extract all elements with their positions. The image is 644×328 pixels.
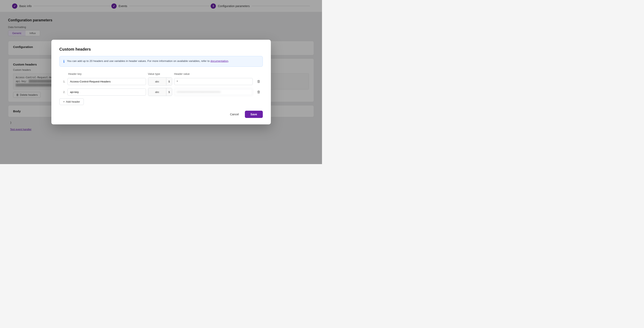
type-dollar-2: $ [166,88,172,96]
type-dollar-1: $ [166,78,172,85]
header-row-1: 1. abc $ 🗑 [60,77,263,86]
header-key-input-1[interactable] [68,78,146,85]
header-row-2: 2. abc $ 🗑 [60,88,263,96]
row-2-num: 2. [60,91,66,94]
value-type-box-1: abc $ [148,77,172,86]
modal-footer: Cancel Save [60,105,263,118]
delete-row-2-icon: 🗑 [257,90,260,94]
delete-row-2-button[interactable]: 🗑 [255,89,263,95]
documentation-link[interactable]: documentation [210,60,228,63]
custom-headers-modal: Custom headers ℹ You can add up to 20 he… [51,40,271,124]
type-abc-2: abc [148,88,166,96]
value-type-box-2: abc $ [148,88,172,96]
type-abc-1: abc [148,78,166,85]
col-header-value-label: Header value [174,72,252,75]
row-1-num: 1. [60,80,66,83]
col-header-key-label: Header key [68,72,146,75]
header-key-input-2[interactable] [68,89,146,96]
add-header-label: Add header [66,100,80,103]
header-value-input-1[interactable] [174,78,253,85]
info-icon: ℹ [63,59,65,64]
cancel-button[interactable]: Cancel [227,111,242,118]
col-value-type-label: Value type [148,72,172,75]
save-button[interactable]: Save [245,111,263,118]
plus-icon: + [63,100,65,103]
delete-row-1-button[interactable]: 🗑 [255,79,263,85]
info-text: You can add up to 20 headers and use var… [67,59,229,63]
info-banner: ℹ You can add up to 20 headers and use v… [60,56,263,67]
modal-title: Custom headers [60,47,263,52]
header-value-input-2[interactable] [174,89,253,96]
add-header-button[interactable]: + Add header [60,98,84,105]
headers-col-labels: Header key Value type Header value [60,72,263,75]
delete-row-1-icon: 🗑 [257,79,260,84]
